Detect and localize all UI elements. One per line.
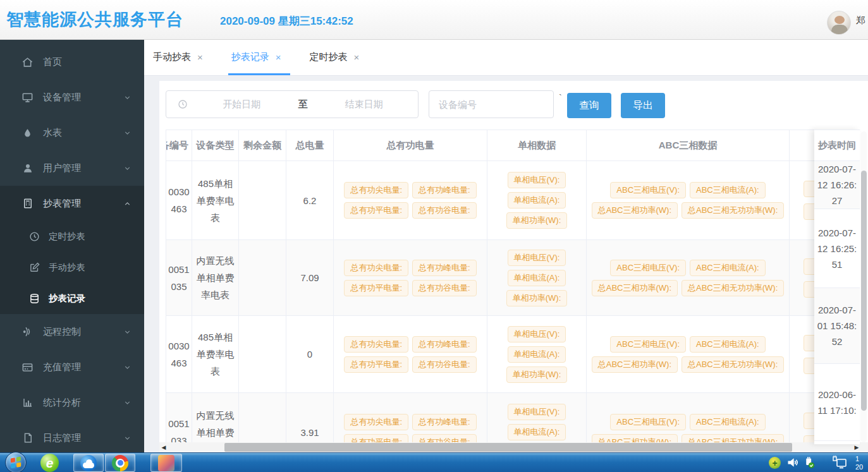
vertical-scrollbar-thumb[interactable]	[861, 171, 867, 411]
tag-valley-energy: 总有功谷电量:	[412, 202, 477, 219]
tag-abc-current: ABC三相电流(A):	[690, 336, 766, 353]
table-row: 0030463 485单相单费率电表 6.2 总有功尖电量: 总有功峰电量: 总…	[166, 161, 815, 240]
app-header: 智慧能源公共服务平台 2020-09-09 星期三15:42:52 郑	[0, 0, 868, 40]
cell-clipped-column	[790, 161, 815, 239]
tag-single-voltage: 单相电压(V):	[508, 404, 566, 420]
tag-abc-voltage: ABC三相电压(V):	[610, 182, 686, 198]
usb-device-icon[interactable]	[803, 456, 816, 472]
taskbar-clock[interactable]: 1 20	[855, 455, 863, 471]
chevron-down-icon	[123, 164, 131, 172]
tag-valley-energy: 总有功谷电量:	[412, 356, 477, 373]
cell-total-energy: 0	[286, 316, 334, 392]
tab-close-icon[interactable]: ×	[276, 52, 281, 63]
clipped-tag-fragment	[804, 413, 815, 429]
tab-close-icon[interactable]: ×	[354, 52, 360, 63]
tab-scheduled-reading[interactable]: 定时抄表 ×	[309, 39, 361, 75]
sidebar-item-label: 水表	[43, 127, 62, 139]
sidebar-item-water-meter[interactable]: 水表	[0, 115, 144, 150]
sidebar-item-remote-control[interactable]: 远程控制	[0, 314, 144, 349]
tag-single-voltage: 单相电压(V):	[508, 326, 566, 342]
tab-close-icon[interactable]: ×	[197, 52, 203, 63]
tab-label: 定时抄表	[310, 51, 348, 63]
sidebar-item-log-mgmt[interactable]: 日志管理	[0, 420, 144, 456]
device-number-input[interactable]	[429, 90, 554, 118]
cell-read-time: 2020-07-01 15:48:52	[814, 288, 860, 364]
monitor-icon	[21, 92, 34, 104]
cell-clipped-column	[790, 240, 815, 315]
clipped-tag-fragment	[804, 181, 815, 197]
cell-abc-phase: ABC三相电压(V): ABC三相电流(A): 总ABC三相功率(W): 总AB…	[587, 161, 790, 239]
sidebar-item-recharge-mgmt[interactable]: 充值管理	[0, 349, 144, 385]
tag-valley-energy: 总有功谷电量:	[412, 280, 477, 296]
cell-device-id: 0051035	[166, 240, 192, 315]
username-label[interactable]: 郑	[856, 15, 865, 27]
cell-clipped-column	[790, 316, 815, 392]
tab-label: 手动抄表	[153, 51, 191, 63]
tag-abc-reactive-power: 总ABC三相无功功率(W):	[682, 280, 784, 296]
clipped-tag-fragment	[804, 258, 815, 275]
column-header-device-id: 设备编号	[166, 130, 192, 160]
tag-peak-energy: 总有功峰电量:	[412, 414, 477, 430]
sidebar-item-scheduled-reading[interactable]: 定时抄表	[0, 221, 144, 252]
cell-abc-phase: ABC三相电压(V): ABC三相电流(A): 总ABC三相功率(W): 总AB…	[587, 393, 790, 444]
document-icon	[21, 432, 34, 444]
cell-single-phase: 单相电压(V): 单相电流(A): 单相功率(W):	[487, 161, 587, 239]
app-screen: 智慧能源公共服务平台 2020-09-09 星期三15:42:52 郑 首页 设…	[0, 0, 868, 472]
scroll-left-arrow-icon[interactable]: ◀	[159, 442, 168, 452]
tab-manual-reading[interactable]: 手动抄表 ×	[152, 39, 204, 75]
sidebar-item-device-mgmt[interactable]: 设备管理	[0, 80, 144, 115]
sidebar-item-reading-records[interactable]: 抄表记录	[0, 283, 144, 314]
tag-flat-energy: 总有功平电量:	[344, 202, 408, 219]
tag-single-current: 单相电流(A):	[508, 192, 566, 209]
column-header-total-energy: 总电量	[286, 130, 334, 160]
sidebar-item-meter-reading-mgmt[interactable]: 抄表管理	[0, 186, 144, 221]
qq-browser-icon	[80, 455, 97, 471]
avatar-face	[834, 16, 845, 24]
cell-abc-phase: ABC三相电压(V): ABC三相电流(A): 总ABC三相功率(W): 总AB…	[587, 316, 790, 392]
cell-active-energy: 总有功尖电量: 总有功峰电量: 总有功平电量: 总有功谷电量:	[334, 240, 487, 315]
sidebar-item-label: 手动抄表	[49, 262, 85, 274]
antivirus-orb-icon[interactable]: +	[769, 457, 781, 469]
sidebar-item-home[interactable]: 首页	[0, 44, 144, 80]
query-button[interactable]: 查询	[567, 93, 611, 118]
tag-sharp-energy: 总有功尖电量:	[344, 414, 408, 430]
avatar[interactable]	[827, 11, 851, 35]
volume-icon[interactable]	[786, 456, 799, 471]
sidebar-item-statistics[interactable]: 统计分析	[0, 385, 144, 420]
table-row: 0051033 内置无线单相单费率电表 3.91 总有功尖电量: 总有功峰电量:…	[166, 393, 815, 444]
tag-flat-energy: 总有功平电量:	[344, 280, 408, 296]
database-icon	[29, 293, 40, 304]
tag-single-voltage: 单相电压(V):	[508, 250, 566, 266]
tab-reading-records[interactable]: 抄表记录 ×	[230, 39, 283, 75]
chevron-down-icon	[123, 399, 131, 407]
table-row: 0030463 485单相单费率电表 0 总有功尖电量: 总有功峰电量: 总有功…	[166, 316, 815, 393]
date-range-picker[interactable]: 开始日期 至 结束日期	[166, 90, 419, 118]
horizontal-scrollbar-thumb[interactable]	[224, 443, 792, 452]
cell-abc-phase: ABC三相电压(V): ABC三相电流(A): 总ABC三相功率(W): 总AB…	[587, 240, 790, 315]
table-body: 0030463 485单相单费率电表 6.2 总有功尖电量: 总有功峰电量: 总…	[166, 161, 815, 444]
clock-icon	[178, 99, 188, 109]
cell-total-energy: 3.91	[286, 393, 334, 444]
chevron-down-icon	[123, 363, 131, 372]
qq-browser-taskbar-button[interactable]	[73, 454, 104, 472]
network-icon[interactable]	[832, 456, 848, 472]
chrome-taskbar-button[interactable]	[105, 454, 135, 472]
sidebar-item-manual-reading[interactable]: 手动抄表	[0, 252, 144, 283]
cell-balance	[239, 316, 286, 392]
start-orb-icon[interactable]	[5, 452, 27, 472]
column-header-active-energy: 总有功电量	[334, 130, 487, 160]
time-column: 抄表时间 2020-07-12 16:26:27 2020-07-12 16:2…	[814, 130, 860, 444]
tag-abc-voltage: ABC三相电压(V):	[610, 260, 686, 276]
photo-app-taskbar-button[interactable]	[150, 454, 182, 472]
tag-single-power: 单相功率(W):	[506, 290, 568, 306]
cell-clipped-column	[790, 393, 815, 444]
tag-abc-voltage: ABC三相电压(V):	[610, 336, 686, 353]
sidebar-item-label: 统计分析	[43, 397, 81, 409]
user-icon	[21, 162, 34, 174]
sidebar-item-user-mgmt[interactable]: 用户管理	[0, 150, 144, 186]
export-button[interactable]: 导出	[621, 93, 665, 118]
browser-360-icon[interactable]: e	[40, 454, 59, 472]
tag-peak-energy: 总有功峰电量:	[412, 336, 477, 353]
sidebar-item-label: 首页	[43, 56, 62, 68]
tag-single-power: 单相功率(W):	[506, 366, 568, 383]
